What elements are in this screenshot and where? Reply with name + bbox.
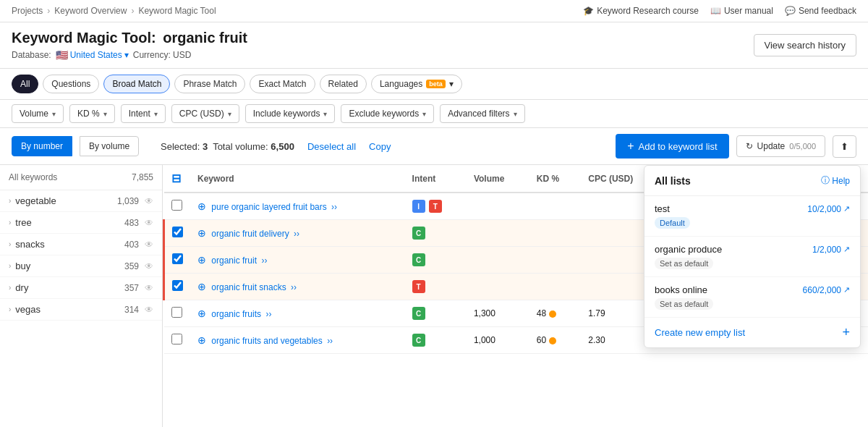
list-item[interactable]: test 10/2,000 ↗ Default (644, 196, 860, 237)
add-icon[interactable]: ⊕ (197, 254, 206, 266)
add-to-keyword-list-button[interactable]: + Add to keyword list (616, 134, 728, 158)
keyword-link[interactable]: organic fruit delivery (211, 229, 289, 239)
send-feedback-link[interactable]: 💬 Send feedback (785, 6, 856, 16)
keyword-link[interactable]: organic fruits (211, 309, 261, 319)
keyword-research-course-link[interactable]: 🎓 Keyword Research course (583, 6, 699, 16)
external-link-icon[interactable]: ↗ (843, 204, 850, 214)
volume-filter[interactable]: Volume ▾ (12, 104, 64, 123)
expand-icon[interactable]: ›› (265, 309, 271, 319)
add-icon[interactable]: ⊕ (197, 334, 206, 346)
include-keywords-filter[interactable]: Include keywords ▾ (245, 104, 336, 123)
tab-all[interactable]: All (12, 75, 38, 93)
external-link-icon[interactable]: ↗ (843, 285, 850, 295)
eye-icon[interactable]: 👁 (145, 196, 153, 206)
update-button[interactable]: ↻ Update 0/5,000 (736, 135, 825, 157)
eye-icon[interactable]: 👁 (145, 240, 153, 250)
top-navigation: Projects › Keyword Overview › Keyword Ma… (0, 0, 868, 22)
breadcrumb-projects[interactable]: Projects (12, 6, 43, 16)
keyword-link[interactable]: organic fruit snacks (211, 282, 286, 292)
copy-link[interactable]: Copy (369, 141, 391, 152)
intent-badge-c: C (412, 334, 425, 347)
page-title: Keyword Magic Tool: organic fruit (12, 30, 247, 46)
row-checkbox[interactable] (171, 334, 182, 344)
kd-dot (549, 337, 556, 344)
tab-related[interactable]: Related (320, 75, 367, 93)
expand-icon[interactable]: ›› (327, 336, 333, 346)
cpc-filter[interactable]: CPC (USD) ▾ (171, 104, 239, 123)
intent-badge-c: C (412, 227, 425, 240)
eye-icon[interactable]: 👁 (145, 283, 153, 293)
advanced-filters[interactable]: Advanced filters ▾ (440, 104, 524, 123)
row-checkbox[interactable] (171, 307, 182, 318)
table-header-volume[interactable]: Volume (467, 165, 529, 193)
table-header-intent[interactable]: Intent (405, 165, 467, 193)
sidebar-item[interactable]: › vegas 314 👁 (0, 299, 162, 321)
chevron-right-icon: › (9, 262, 11, 270)
by-volume-button[interactable]: By volume (80, 136, 139, 156)
list-item[interactable]: books online 660/2,000 ↗ Set as default (644, 277, 860, 318)
view-search-history-button[interactable]: View search history (754, 34, 856, 56)
keyword-link[interactable]: organic fruit (211, 255, 257, 266)
eye-icon[interactable]: 👁 (145, 218, 153, 228)
chevron-right-icon: › (9, 197, 11, 205)
external-link-icon[interactable]: ↗ (843, 245, 850, 254)
create-new-list-button[interactable]: Create new empty list + (644, 318, 860, 347)
tab-questions[interactable]: Questions (43, 75, 99, 93)
user-manual-link[interactable]: 📖 User manual (710, 6, 773, 16)
exclude-keywords-filter[interactable]: Exclude keywords ▾ (341, 104, 434, 123)
chevron-right-icon: › (9, 240, 11, 248)
add-icon[interactable]: ⊕ (197, 281, 206, 292)
keyword-link[interactable]: pure organic layered fruit bars (211, 202, 326, 212)
table-header-checkbox[interactable]: ⊟ (164, 165, 191, 193)
intent-badge-t: T (412, 280, 425, 293)
selection-info: Selected: 3 Total volume: 6,500 (161, 141, 294, 152)
deselect-all-link[interactable]: Deselect all (307, 141, 356, 152)
eye-icon[interactable]: 👁 (145, 305, 153, 315)
chevron-down-icon: ▾ (228, 110, 231, 118)
table-header-keyword[interactable]: Keyword (190, 165, 405, 193)
sidebar-item[interactable]: › tree 483 👁 (0, 212, 162, 234)
chevron-down-icon: ▾ (124, 50, 129, 60)
set-default-badge[interactable]: Set as default (655, 258, 713, 269)
export-icon: ⬆ (841, 141, 848, 152)
export-button[interactable]: ⬆ (833, 135, 856, 158)
keyword-link[interactable]: organic fruits and vegetables (211, 336, 322, 346)
breadcrumb-keyword-overview[interactable]: Keyword Overview (54, 6, 127, 16)
chevron-right-icon: › (9, 219, 11, 227)
tab-broad-match[interactable]: Broad Match (103, 75, 170, 93)
chevron-down-icon: ▾ (422, 110, 426, 118)
message-icon: 💬 (785, 6, 796, 16)
tab-exact-match[interactable]: Exact Match (250, 75, 315, 93)
languages-dropdown[interactable]: Languages beta ▾ (371, 75, 462, 93)
expand-icon[interactable]: ›› (261, 255, 267, 266)
sidebar-item[interactable]: › dry 357 👁 (0, 277, 162, 299)
add-icon[interactable]: ⊕ (197, 227, 206, 239)
chevron-down-icon: ▾ (52, 110, 56, 118)
help-link[interactable]: ⓘ Help (821, 174, 850, 187)
eye-icon[interactable]: 👁 (145, 261, 153, 271)
row-checkbox[interactable] (172, 227, 183, 237)
tab-phrase-match[interactable]: Phrase Match (174, 75, 245, 93)
list-item[interactable]: organic produce 1/2,000 ↗ Set as default (644, 237, 860, 277)
expand-icon[interactable]: ›› (294, 229, 299, 239)
chevron-right-icon: › (9, 284, 11, 292)
intent-badge-i: I (412, 200, 425, 213)
row-checkbox[interactable] (172, 253, 183, 264)
add-icon[interactable]: ⊕ (197, 200, 206, 212)
refresh-icon: ↻ (746, 141, 753, 151)
database-selector[interactable]: 🇺🇸 United States ▾ (56, 49, 129, 61)
row-checkbox[interactable] (172, 280, 183, 291)
expand-icon[interactable]: ›› (331, 202, 337, 212)
by-number-button[interactable]: By number (12, 136, 72, 156)
sidebar-item[interactable]: › buy 359 👁 (0, 255, 162, 277)
table-header-kd[interactable]: KD % (529, 165, 581, 193)
kd-filter[interactable]: KD % ▾ (69, 104, 115, 123)
row-checkbox[interactable] (171, 200, 182, 211)
intent-filter[interactable]: Intent ▾ (121, 104, 166, 123)
default-badge: Default (655, 217, 690, 229)
expand-icon[interactable]: ›› (291, 282, 297, 292)
set-default-badge[interactable]: Set as default (655, 298, 713, 310)
sidebar-item[interactable]: › snacks 403 👁 (0, 234, 162, 255)
sidebar-item[interactable]: › vegetable 1,039 👁 (0, 190, 162, 212)
add-icon[interactable]: ⊕ (197, 308, 206, 319)
